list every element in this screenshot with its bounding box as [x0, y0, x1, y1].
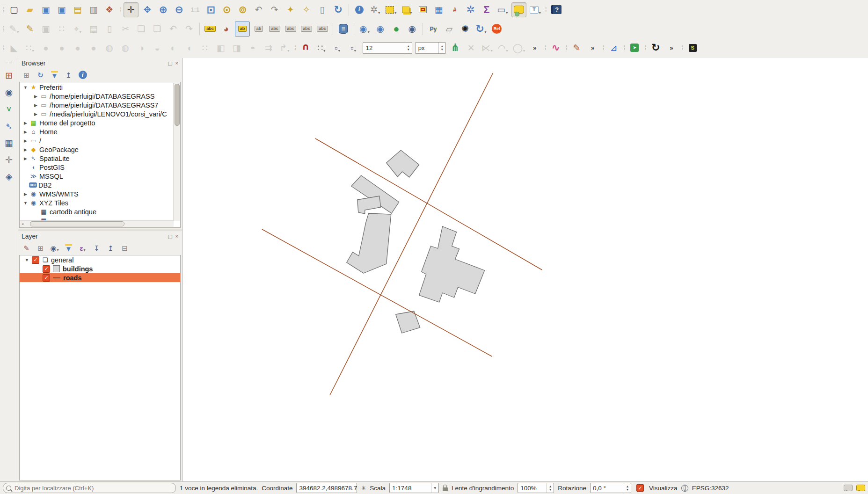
browser-item-db2[interactable]: DB2DB2: [20, 181, 174, 189]
crs-status[interactable]: EPSG:32632: [692, 485, 729, 492]
buildings-visibility-checkbox[interactable]: [43, 265, 50, 273]
toolbar-overflow-1-button[interactable]: »: [528, 41, 542, 55]
expander-closed-icon[interactable]: ▶: [22, 138, 29, 143]
browser-add-selected-layers-button[interactable]: ⊞: [21, 69, 32, 81]
browser-item-spatialite[interactable]: ▶➴SpatiaLite: [20, 154, 174, 163]
snapping-units-combo[interactable]: px ▲▼: [415, 42, 446, 54]
locator-search[interactable]: [3, 483, 176, 493]
browser-item-postgis[interactable]: ◖PostGIS: [20, 163, 174, 172]
snapping-on-intersection-button[interactable]: ▫▾: [346, 41, 360, 55]
open-project-button[interactable]: ▰: [23, 3, 37, 17]
filter-by-expression-button[interactable]: ε▾: [77, 242, 88, 254]
add-wfs-layer-button[interactable]: ◈: [2, 169, 16, 183]
zoom-next-button[interactable]: ↷: [268, 3, 282, 17]
zoom-to-layer-button[interactable]: ⊚: [236, 3, 250, 17]
ref-functions-button[interactable]: Ref: [490, 22, 504, 36]
expander-open-icon[interactable]: ▼: [22, 85, 29, 90]
toggle-editing-button[interactable]: ✎: [23, 22, 37, 36]
advanced-digitizing-dropdown-arrow-icon[interactable]: ▾: [80, 30, 81, 36]
coordinate-field[interactable]: 394682.2,4989678.7: [296, 483, 357, 493]
refresh-map-button[interactable]: ↻: [331, 3, 345, 17]
open-layer-styling-button[interactable]: ✎: [21, 242, 32, 254]
profile-tool-button[interactable]: ∿: [549, 41, 563, 55]
text-annotation-button[interactable]: T▾: [528, 3, 542, 17]
save-project-button[interactable]: ▣: [39, 3, 53, 17]
browser-item-cartodb-antique[interactable]: ▦cartodb antique: [20, 207, 174, 216]
browser-item-filesystem-root[interactable]: ▶▭/: [20, 136, 174, 145]
current-edits-dropdown-arrow-icon[interactable]: ▾: [17, 30, 19, 36]
metasearch-button[interactable]: ◉: [405, 22, 419, 36]
deselect-all-button[interactable]: [416, 3, 430, 17]
scrollbar-thumb[interactable]: [30, 221, 124, 226]
browser-horizontal-scrollbar[interactable]: ◂: [20, 220, 174, 227]
expander-closed-icon[interactable]: ▶: [22, 156, 29, 161]
panel-float-icon[interactable]: ▢: [168, 233, 172, 240]
zoom-last-button[interactable]: ↶: [252, 3, 266, 17]
add-spatialite-layer-button[interactable]: ➴: [2, 119, 16, 133]
circular-string-dropdown-arrow-icon[interactable]: ▾: [506, 49, 508, 55]
expander-closed-icon[interactable]: ▶: [22, 147, 29, 152]
browser-collapse-all-button[interactable]: ↥: [63, 69, 74, 81]
snapping-on-intersection-dropdown-arrow-icon[interactable]: ▾: [354, 49, 356, 55]
extent-toggle-icon[interactable]: ✳: [361, 485, 366, 492]
messages-icon[interactable]: [856, 485, 865, 491]
expander-open-icon[interactable]: ▼: [22, 201, 29, 205]
browser-item-home[interactable]: ▶⌂Home: [20, 127, 174, 136]
python-console-button[interactable]: Py: [426, 22, 440, 36]
rotate-map-button[interactable]: ↻: [649, 41, 663, 55]
layer-diagram-options-button[interactable]: ◕: [219, 22, 233, 36]
plugin-reloader-dropdown-arrow-icon[interactable]: ▾: [485, 30, 487, 36]
layer-item-roads[interactable]: roads: [20, 273, 180, 282]
locator-input[interactable]: [14, 484, 173, 492]
browser-item-favorite-path-3[interactable]: ▶▭/media/pierluigi/LENOVO1/corsi_vari/C: [20, 109, 174, 118]
add-group-button[interactable]: ⊞: [35, 242, 46, 254]
enable-snapping-button[interactable]: ∪: [299, 41, 313, 55]
browser-vertical-scrollbar[interactable]: [173, 83, 180, 221]
expander-closed-icon[interactable]: ▶: [22, 192, 29, 196]
render-checkbox[interactable]: [636, 484, 644, 492]
snapping-mode-dropdown-arrow-icon[interactable]: ▾: [323, 49, 325, 55]
layer-item-buildings[interactable]: buildings: [20, 264, 180, 273]
browser-item-wms-wmts[interactable]: ▶◉WMS/WMTS: [20, 189, 174, 198]
topological-editing-dropdown-arrow-icon[interactable]: ▾: [338, 49, 340, 55]
filter-legend-button[interactable]: ▼: [63, 242, 74, 254]
search-web-service-button[interactable]: ◉: [373, 22, 387, 36]
change-label-button[interactable]: abc: [315, 22, 329, 36]
go-to-coordinate-button[interactable]: ➤: [627, 41, 642, 55]
text-annotation-dropdown-arrow-icon[interactable]: ▾: [539, 11, 541, 17]
spin-arrows-icon[interactable]: ▲▼: [405, 43, 412, 53]
sketch-tool-button[interactable]: ✎: [570, 41, 584, 55]
move-label-button[interactable]: abc: [284, 22, 298, 36]
slyr-plugin-button[interactable]: S: [686, 41, 700, 55]
field-calculator-button[interactable]: #: [448, 3, 462, 17]
browser-item-geopackage[interactable]: ▶◆GeoPackage: [20, 145, 174, 154]
select-features-button[interactable]: ▾: [384, 3, 398, 17]
spin-arrows-icon[interactable]: ▲▼: [624, 483, 631, 493]
toolbar-overflow-3-button[interactable]: »: [664, 41, 678, 55]
run-feature-action-button[interactable]: ✲▾: [368, 3, 382, 17]
italy-plugin-button[interactable]: ▱: [442, 22, 456, 36]
new-project-button[interactable]: ▢: [7, 3, 21, 17]
map-tips-button[interactable]: [511, 2, 526, 17]
data-source-manager-button[interactable]: ⊞: [2, 68, 16, 82]
general-visibility-checkbox[interactable]: [32, 256, 39, 264]
save-project-as-button[interactable]: ▣: [55, 3, 69, 17]
azimuth-distance-tool-button[interactable]: ⊿: [606, 41, 620, 55]
expander-closed-icon[interactable]: ▶: [32, 94, 39, 99]
browser-item-favorites[interactable]: ▼★Preferiti: [20, 83, 174, 92]
circle-tool-dropdown-arrow-icon[interactable]: ▾: [523, 49, 525, 55]
manage-map-themes-dropdown-arrow-icon[interactable]: ▾: [57, 248, 59, 254]
rotate-point-symbols-dropdown-arrow-icon[interactable]: ▾: [287, 49, 289, 55]
add-wms-layer-button[interactable]: ◉: [2, 85, 16, 99]
map-canvas[interactable]: [182, 58, 868, 482]
expander-closed-icon[interactable]: ▶: [32, 112, 39, 116]
pan-map-button[interactable]: ✛: [124, 2, 139, 17]
open-attribute-table-button[interactable]: ▦: [432, 3, 446, 17]
bookmark-manager-button[interactable]: ▯: [315, 3, 329, 17]
crs-globe-icon[interactable]: [681, 485, 688, 492]
browser-item-xyz-tiles[interactable]: ▼◉XYZ Tiles: [20, 198, 174, 207]
panel-close-icon[interactable]: ×: [175, 233, 178, 240]
scrollbar-thumb[interactable]: [175, 84, 180, 126]
snapping-mode-button[interactable]: ∷▾: [314, 41, 328, 55]
combo-arrows-icon[interactable]: ▲▼: [438, 43, 445, 53]
